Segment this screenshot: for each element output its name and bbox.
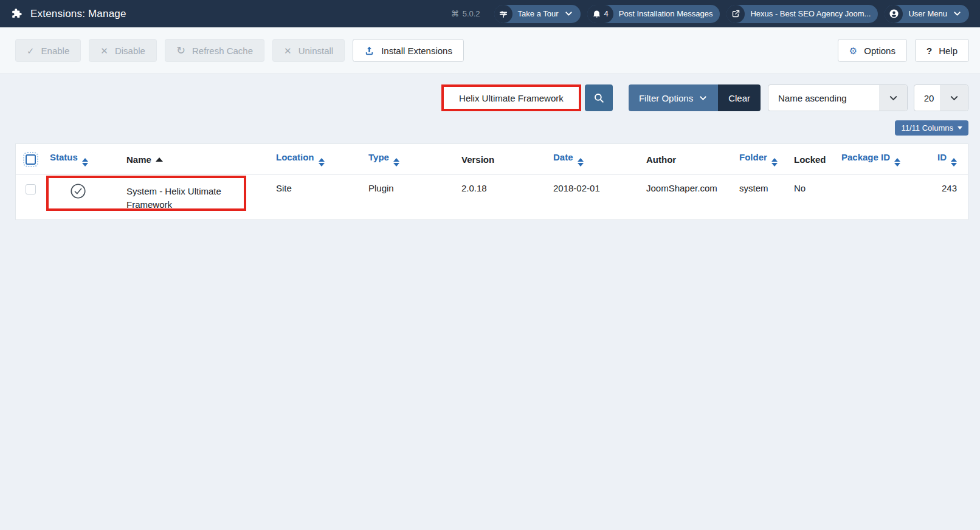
header-location-label: Location (276, 152, 314, 162)
row-folder-cell: system (739, 175, 794, 220)
header-author-label: Author (646, 154, 676, 165)
refresh-cache-button[interactable]: ↻ Refresh Cache (165, 39, 264, 62)
filter-options-button[interactable]: Filter Options (629, 84, 718, 111)
clear-button[interactable]: Clear (718, 84, 761, 111)
header-id[interactable]: ID (917, 144, 968, 175)
chevron-down-icon (879, 85, 907, 111)
refresh-cache-label: Refresh Cache (192, 46, 253, 56)
header-version-label: Version (461, 154, 494, 165)
header-locked-label: Locked (794, 154, 826, 165)
disable-label: Disable (115, 46, 145, 56)
header-folder[interactable]: Folder (739, 144, 794, 175)
row-status-cell (50, 175, 111, 220)
question-icon: ? (927, 46, 932, 55)
site-name-label: Hexus - Best SEO Agency Joom... (750, 9, 871, 18)
help-button[interactable]: ? Help (915, 39, 969, 62)
notification-bell-badge: 4 (587, 5, 613, 23)
sort-icon (578, 158, 584, 167)
search-button[interactable] (585, 84, 613, 111)
row-locked-cell: No (794, 175, 841, 220)
sort-icon (951, 158, 957, 167)
sort-icon (319, 158, 325, 167)
joomla-version: ⌘ 5.0.2 (451, 9, 480, 18)
search-input-annotation (441, 84, 581, 111)
extensions-table: Status Name Location Type Version (15, 143, 968, 220)
search-input[interactable] (444, 87, 579, 109)
filter-bar: Filter Options Clear Name ascending 20 (15, 84, 968, 111)
options-button[interactable]: ⚙ Options (838, 39, 907, 62)
user-menu-button[interactable]: User Menu (885, 5, 969, 23)
list-limit-select[interactable]: 20 (914, 84, 968, 111)
sort-icon (894, 158, 900, 167)
sort-ascending-icon (156, 157, 163, 162)
header-package-id[interactable]: Package ID (841, 144, 917, 175)
navbar-left: Extensions: Manage (10, 7, 126, 21)
header-status-label: Status (50, 152, 78, 162)
take-a-tour-button[interactable]: Take a Tour (494, 5, 581, 23)
user-icon (885, 5, 903, 23)
row-select-cell (16, 175, 50, 220)
extension-name-link[interactable]: System - Helix Ultimate Framework (126, 185, 248, 212)
puzzle-icon (10, 7, 23, 21)
sort-selected-value: Name ascending (768, 93, 879, 103)
sort-select[interactable]: Name ascending (768, 84, 908, 111)
sort-icon (393, 158, 399, 167)
header-package-id-label: Package ID (841, 152, 890, 162)
options-label: Options (864, 46, 895, 56)
header-type-label: Type (368, 152, 389, 162)
refresh-icon: ↻ (176, 45, 185, 56)
select-all-cell (16, 144, 50, 175)
search-icon (593, 92, 604, 103)
messages-count: 4 (604, 9, 609, 18)
table-row: System - Helix Ultimate Framework Site P… (16, 175, 968, 220)
header-date-label: Date (553, 152, 573, 162)
caret-down-icon (958, 126, 962, 129)
joomla-version-number: 5.0.2 (463, 9, 480, 18)
header-author: Author (646, 144, 739, 175)
header-name[interactable]: Name (111, 144, 276, 175)
check-icon: ✓ (27, 46, 35, 55)
clear-label: Clear (728, 93, 750, 103)
row-author-cell: JoomShaper.com (646, 175, 739, 220)
chevron-down-icon (953, 9, 962, 18)
disable-button[interactable]: ✕ Disable (89, 39, 157, 62)
upload-icon (364, 46, 374, 56)
chevron-down-icon (564, 9, 573, 18)
site-preview-button[interactable]: Hexus - Best SEO Agency Joom... (726, 5, 878, 23)
gear-icon: ⚙ (849, 46, 857, 55)
x-icon: ✕ (100, 46, 108, 55)
page-title: Extensions: Manage (30, 8, 126, 20)
tour-signpost-icon (494, 5, 512, 23)
row-name-cell: System - Helix Ultimate Framework (111, 175, 276, 220)
sort-icon (82, 158, 88, 167)
uninstall-button[interactable]: ✕ Uninstall (272, 39, 345, 62)
install-extensions-label: Install Extensions (381, 46, 452, 56)
status-enabled-icon[interactable] (70, 183, 86, 199)
user-menu-label: User Menu (908, 9, 947, 18)
header-status[interactable]: Status (50, 144, 111, 175)
header-date[interactable]: Date (553, 144, 646, 175)
external-link-icon (726, 5, 745, 23)
header-location[interactable]: Location (276, 144, 368, 175)
bell-icon (592, 9, 601, 18)
columns-selector-button[interactable]: 11/11 Columns (895, 120, 968, 136)
row-id-cell: 243 (917, 175, 968, 220)
limit-selected-value: 20 (914, 93, 940, 103)
install-extensions-button[interactable]: Install Extensions (353, 39, 464, 62)
row-type-cell: Plugin (368, 175, 461, 220)
enable-label: Enable (41, 46, 70, 56)
sort-icon (771, 158, 778, 167)
row-package-id-cell (841, 175, 917, 220)
filter-options-label: Filter Options (639, 93, 693, 103)
header-locked: Locked (794, 144, 841, 175)
row-checkbox[interactable] (26, 184, 36, 194)
header-type[interactable]: Type (368, 144, 461, 175)
header-name-label: Name (126, 154, 151, 165)
post-installation-messages-button[interactable]: 4 Post Installation Messages (587, 5, 720, 23)
joomla-version-icon: ⌘ (451, 9, 459, 18)
row-date-cell: 2018-02-01 (553, 175, 646, 220)
uninstall-label: Uninstall (298, 46, 334, 56)
select-all-checkbox[interactable] (26, 154, 36, 165)
help-label: Help (939, 46, 958, 56)
enable-button[interactable]: ✓ Enable (15, 39, 81, 62)
